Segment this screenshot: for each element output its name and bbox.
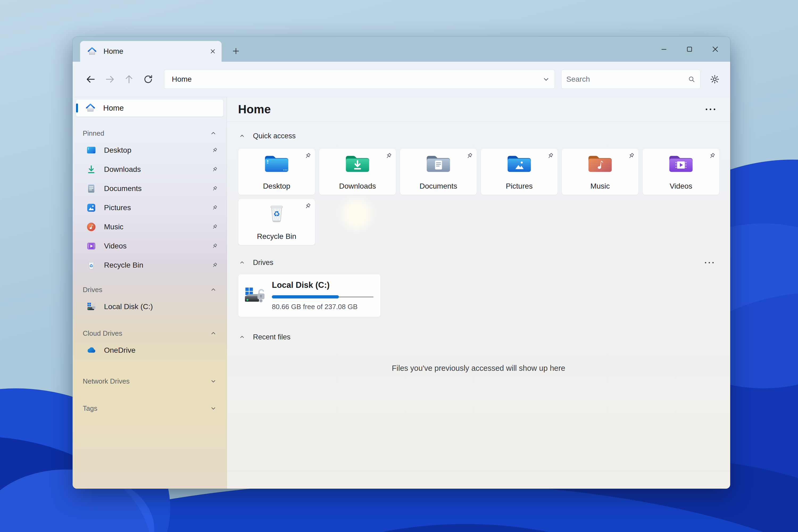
sidebar-item-onedrive[interactable]: OneDrive (73, 341, 227, 360)
pin-icon[interactable] (211, 224, 218, 230)
drives-header[interactable]: Drives (227, 253, 730, 272)
music-note-icon (86, 222, 97, 232)
quick-access-card-pictures[interactable]: Pictures (481, 148, 558, 195)
tab-close-button[interactable] (209, 48, 216, 55)
section-label: Drives (83, 286, 210, 294)
sidebar-item-local-disk[interactable]: Local Disk (C:) (73, 297, 227, 316)
new-tab-button[interactable] (229, 44, 243, 58)
sidebar-section-network-drives[interactable]: Network Drives (73, 374, 227, 388)
pin-icon[interactable] (211, 262, 218, 269)
quick-access-card-downloads[interactable]: Downloads (319, 148, 396, 195)
quick-access-card-videos[interactable]: Videos (642, 148, 720, 195)
drives-more-button[interactable] (705, 262, 714, 263)
more-options-button[interactable] (706, 109, 715, 110)
sidebar-item-label: Recycle Bin (104, 261, 211, 269)
maximize-button[interactable] (685, 45, 694, 53)
svg-text:♻: ♻ (89, 264, 93, 268)
up-button[interactable] (121, 72, 136, 87)
home-icon (87, 46, 97, 56)
pin-icon[interactable] (211, 204, 218, 211)
settings-button[interactable] (707, 72, 722, 87)
address-dropdown-button[interactable] (543, 76, 550, 83)
quick-access-grid: Desktop (238, 148, 720, 245)
drive-name: Local Disk (C:) (272, 280, 374, 290)
tab-strip: Home (73, 37, 730, 62)
card-label: Downloads (319, 182, 396, 190)
sidebar-section-pinned[interactable]: Pinned (73, 126, 227, 141)
folder-documents-icon (424, 152, 452, 174)
refresh-button[interactable] (141, 72, 156, 87)
pin-icon[interactable] (385, 152, 393, 160)
sidebar-item-downloads[interactable]: Downloads (73, 160, 227, 179)
close-icon (711, 45, 720, 54)
pin-icon[interactable] (627, 152, 635, 160)
window-content: Home Pinned Desktop (73, 97, 730, 489)
back-button[interactable] (83, 72, 98, 87)
section-label: Pinned (83, 129, 210, 137)
pin-icon[interactable] (211, 185, 218, 192)
refresh-icon (143, 74, 153, 84)
card-label: Music (562, 182, 639, 190)
pin-icon[interactable] (466, 152, 474, 160)
sidebar-item-label: Desktop (104, 146, 211, 155)
tab-title: Home (103, 47, 209, 56)
sidebar-item-videos[interactable]: Videos (73, 236, 227, 255)
search-input[interactable] (563, 75, 688, 83)
quick-access-card-music[interactable]: Music (562, 148, 639, 195)
sidebar-section-drives[interactable]: Drives (73, 282, 227, 297)
recycle-bin-icon: ♻ (265, 203, 288, 225)
sidebar: Home Pinned Desktop (73, 97, 227, 489)
sidebar-item-music[interactable]: Music (73, 217, 227, 236)
tab-home[interactable]: Home (80, 41, 222, 62)
quick-access-card-recycle-bin[interactable]: ♻ Recycle Bin (238, 199, 315, 245)
ellipsis-icon (706, 109, 715, 110)
pin-icon[interactable] (304, 152, 312, 160)
sidebar-item-home[interactable]: Home (76, 99, 224, 117)
arrow-left-icon (86, 74, 96, 84)
chevron-up-icon (239, 260, 245, 265)
quick-access-card-desktop[interactable]: Desktop (238, 148, 315, 195)
sidebar-item-label: Videos (104, 242, 211, 250)
drive-usage-bar (272, 295, 374, 299)
forward-button[interactable] (102, 72, 117, 87)
pin-icon[interactable] (708, 152, 716, 160)
section-label: Recent files (253, 333, 714, 341)
main-pane: Home Quick access (227, 97, 730, 489)
close-button[interactable] (711, 45, 720, 54)
chevron-up-icon (210, 330, 216, 337)
document-icon (86, 183, 97, 194)
sidebar-item-pictures[interactable]: Pictures (73, 198, 227, 217)
picture-icon (86, 203, 97, 213)
close-icon (209, 48, 216, 55)
folder-videos-icon (667, 152, 695, 174)
quick-access-card-documents[interactable]: Documents (400, 148, 477, 195)
address-value: Home (172, 75, 543, 83)
sidebar-section-tags[interactable]: Tags (73, 401, 227, 416)
minimize-button[interactable] (660, 45, 668, 53)
chevron-up-icon (239, 133, 245, 139)
pin-icon[interactable] (211, 166, 218, 173)
quick-access-header[interactable]: Quick access (227, 127, 730, 145)
sidebar-item-documents[interactable]: Documents (73, 179, 227, 198)
recent-files-header[interactable]: Recent files (227, 328, 730, 346)
drive-card-local-disk[interactable]: Local Disk (C:) 80.66 GB free of 237.08 … (238, 274, 381, 317)
plus-icon (232, 47, 240, 55)
pin-icon[interactable] (211, 243, 218, 249)
recent-files-empty-message: Files you've previously accessed will sh… (227, 364, 730, 373)
home-icon (85, 103, 96, 113)
sidebar-item-recycle-bin[interactable]: ♻ Recycle Bin (73, 255, 227, 275)
arrow-up-icon (124, 74, 134, 84)
recycle-bin-icon: ♻ (86, 260, 97, 270)
address-bar[interactable]: Home (164, 70, 555, 89)
pin-icon[interactable] (304, 202, 312, 210)
arrow-right-icon (104, 74, 115, 84)
sidebar-item-desktop[interactable]: Desktop (73, 141, 227, 160)
header-divider (227, 121, 730, 122)
main-header: Home (227, 97, 730, 121)
sidebar-item-label: Downloads (104, 165, 211, 174)
system-drive-icon (86, 301, 97, 312)
sidebar-section-cloud-drives[interactable]: Cloud Drives (73, 326, 227, 341)
pin-icon[interactable] (211, 147, 218, 154)
section-label: Drives (253, 259, 705, 267)
pin-icon[interactable] (546, 152, 554, 160)
